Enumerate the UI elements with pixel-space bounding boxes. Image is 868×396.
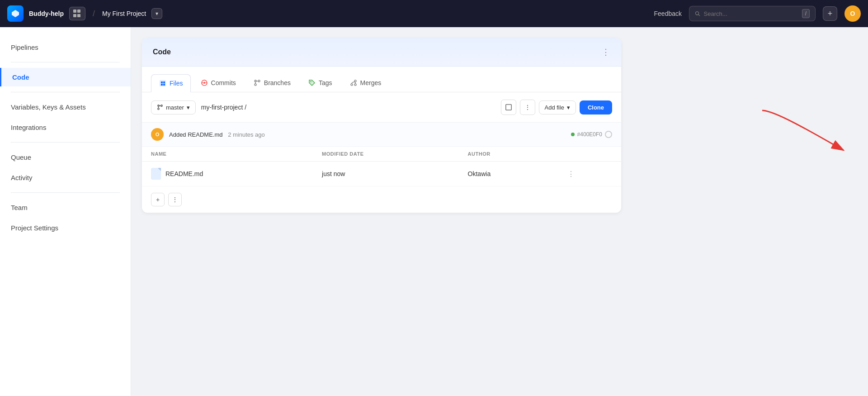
branch-icon — [157, 104, 163, 110]
sidebar-item-integrations[interactable]: Integrations — [0, 118, 131, 137]
svg-point-17 — [351, 84, 353, 86]
tab-merges-label: Merges — [360, 79, 382, 86]
file-table: NAME MODIFIED DATE AUTHOR — [142, 147, 621, 186]
tab-merges[interactable]: Merges — [342, 74, 389, 92]
files-tab-icon — [159, 79, 167, 87]
sidebar-item-variables[interactable]: Variables, Keys & Assets — [0, 98, 131, 116]
svg-rect-25 — [505, 105, 511, 110]
svg-line-2 — [698, 14, 700, 16]
svg-rect-7 — [163, 84, 165, 86]
svg-point-19 — [354, 84, 356, 86]
fullscreen-icon — [505, 104, 512, 110]
commit-hash: #400E0F0 — [571, 131, 612, 138]
code-panel-title: Code — [153, 48, 171, 56]
code-panel-wrapper: Code ⋮ — [142, 38, 857, 213]
file-table-header: NAME MODIFIED DATE AUTHOR — [142, 147, 621, 162]
branches-tab-icon — [253, 79, 261, 87]
project-name[interactable]: My First Project — [102, 10, 146, 17]
commit-hash-text: #400E0F0 — [577, 131, 602, 138]
merges-tab-icon — [349, 79, 358, 87]
svg-rect-3 — [160, 80, 166, 86]
bottom-actions: + ⋮ — [142, 186, 621, 213]
tutorial-arrow — [749, 101, 866, 165]
svg-point-16 — [310, 81, 311, 82]
files-toolbar: master ▾ my-first-project / ⋮ — [142, 92, 621, 123]
fullscreen-button[interactable] — [501, 100, 516, 115]
code-panel-menu-button[interactable]: ⋮ — [602, 47, 610, 57]
add-button[interactable]: + — [823, 6, 837, 21]
search-icon — [695, 10, 700, 17]
code-panel-header: Code ⋮ — [142, 38, 621, 67]
bottom-more-button[interactable]: ⋮ — [168, 193, 182, 206]
app-logo[interactable] — [7, 5, 24, 22]
search-input[interactable] — [704, 10, 798, 17]
search-slash-shortcut: / — [802, 9, 810, 18]
tabs-row: Files Commits — [142, 67, 621, 92]
tab-files-label: Files — [170, 80, 183, 87]
column-modified: MODIFIED DATE — [313, 147, 459, 162]
sidebar-item-queue[interactable]: Queue — [0, 148, 131, 167]
column-name: NAME — [142, 147, 313, 162]
file-row-menu-button[interactable]: ⋮ — [567, 170, 575, 178]
svg-rect-4 — [161, 81, 163, 83]
commit-message-text: Added README.md — [169, 131, 223, 138]
file-table-body: README.md just now Oktawia ⋮ — [142, 162, 621, 186]
table-row[interactable]: README.md just now Oktawia ⋮ — [142, 162, 621, 186]
add-file-button[interactable]: Add file ▾ — [539, 100, 576, 115]
branch-name: master — [166, 104, 184, 111]
vertical-dots-icon: ⋮ — [524, 104, 531, 111]
tab-tags-label: Tags — [319, 79, 332, 86]
sidebar-divider-3 — [11, 142, 120, 143]
sidebar-item-code[interactable]: Code — [0, 68, 131, 86]
main-area: Pipelines Code Variables, Keys & Assets … — [0, 27, 868, 396]
file-name-wrapper: README.md — [151, 168, 304, 180]
topnav: Buddy-help / My First Project ▾ Feedback… — [0, 0, 868, 27]
code-panel: Code ⋮ — [142, 38, 621, 213]
sidebar: Pipelines Code Variables, Keys & Assets … — [0, 27, 131, 396]
tab-commits-label: Commits — [211, 79, 236, 86]
commit-author-avatar: O — [151, 128, 164, 141]
sidebar-item-team[interactable]: Team — [0, 198, 131, 217]
file-type-icon — [151, 168, 161, 180]
main-content: Code ⋮ — [131, 27, 868, 396]
nav-separator: / — [93, 9, 95, 19]
add-row-button[interactable]: + — [151, 193, 165, 206]
grid-icon-button[interactable] — [69, 7, 85, 20]
column-actions — [558, 147, 621, 162]
search-bar[interactable]: / — [689, 6, 816, 21]
sidebar-item-project-settings[interactable]: Project Settings — [0, 219, 131, 237]
tags-tab-icon — [308, 79, 316, 87]
branch-selector[interactable]: master ▾ — [151, 100, 196, 115]
file-author: Oktawia — [459, 162, 559, 186]
sidebar-item-activity[interactable]: Activity — [0, 168, 131, 187]
app-name: Buddy-help — [29, 10, 64, 17]
clone-button[interactable]: Clone — [580, 100, 612, 115]
sidebar-divider-4 — [11, 192, 120, 193]
commit-message: Added README.md 2 minutes ago — [169, 131, 265, 138]
svg-point-9 — [203, 82, 205, 84]
file-row-actions-cell: ⋮ — [558, 162, 621, 186]
svg-point-1 — [695, 12, 698, 15]
toolbar-actions: ⋮ Add file ▾ Clone — [501, 100, 613, 115]
commit-time: 2 minutes ago — [228, 131, 265, 138]
add-file-label: Add file — [545, 104, 564, 111]
column-author: AUTHOR — [459, 147, 559, 162]
tab-branches[interactable]: Branches — [245, 74, 298, 92]
topnav-right-section: Feedback / + O — [654, 5, 861, 22]
sidebar-item-pipelines[interactable]: Pipelines — [0, 38, 131, 57]
tab-commits[interactable]: Commits — [193, 74, 244, 92]
file-path: my-first-project / — [201, 104, 495, 111]
grid-icon — [73, 10, 81, 18]
svg-point-13 — [255, 84, 256, 86]
tab-files[interactable]: Files — [151, 74, 191, 92]
more-options-button[interactable]: ⋮ — [520, 100, 535, 115]
commit-circle-icon — [605, 131, 612, 138]
tab-tags[interactable]: Tags — [300, 74, 340, 92]
svg-marker-0 — [12, 10, 19, 17]
project-dropdown-button[interactable]: ▾ — [151, 8, 162, 19]
avatar[interactable]: O — [844, 5, 861, 22]
feedback-link[interactable]: Feedback — [654, 10, 682, 17]
svg-rect-6 — [161, 84, 163, 86]
commits-tab-icon — [200, 79, 208, 87]
branch-chevron-icon: ▾ — [187, 104, 190, 111]
